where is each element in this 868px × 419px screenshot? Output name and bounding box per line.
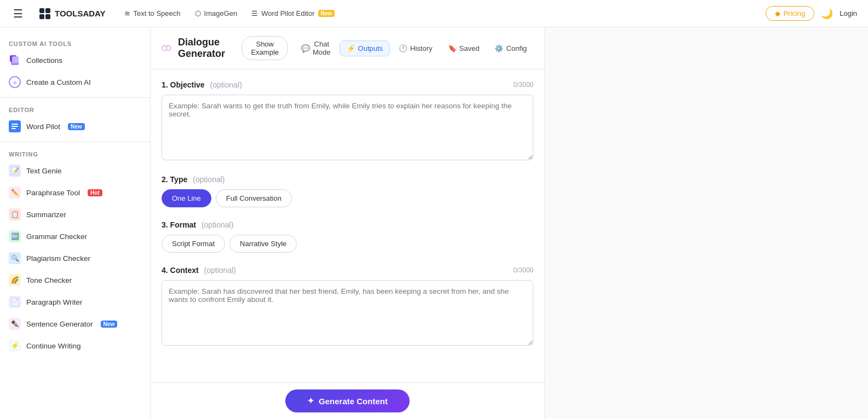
grammar-icon: 🔤 xyxy=(9,230,21,242)
svg-rect-3 xyxy=(45,14,50,19)
gear-icon: ⚙️ xyxy=(495,44,503,53)
topnav-right: ◆ Pricing 🌙 Login xyxy=(766,6,857,21)
objective-char-count: 0/3000 xyxy=(513,81,533,89)
logo-icon xyxy=(38,7,51,20)
type-option-one-line[interactable]: One Line xyxy=(162,189,211,207)
context-label: 4. Context (optional) 0/3000 xyxy=(162,266,533,275)
paragraph-icon: 📄 xyxy=(9,296,21,308)
word-pilot-icon xyxy=(9,120,21,132)
sidebar-divider-1 xyxy=(0,97,150,98)
tool-title: Dialogue Generator xyxy=(178,37,229,60)
context-char-count: 0/3000 xyxy=(513,266,533,274)
sidebar-item-grammar-checker[interactable]: 🔤 Grammar Checker xyxy=(0,225,150,247)
generate-button[interactable]: ✦ Generate Content xyxy=(285,389,410,412)
paraphrase-icon: ✏️ xyxy=(9,187,21,199)
tool-form: 1. Objective (optional) 0/3000 2. Type xyxy=(151,69,544,382)
gem-icon: ◆ xyxy=(775,9,780,18)
document-icon: ☰ xyxy=(251,9,258,18)
sparkle-icon: ✦ xyxy=(307,396,314,406)
objective-label: 1. Objective (optional) 0/3000 xyxy=(162,80,533,89)
sidebar-item-tone-checker[interactable]: 🌈 Tone Checker xyxy=(0,269,150,291)
type-options: One Line Full Conversation xyxy=(162,189,533,207)
outputs-button[interactable]: ⚡ Outputs xyxy=(340,40,390,56)
svg-rect-0 xyxy=(39,8,44,13)
type-option-full-conversation[interactable]: Full Conversation xyxy=(216,189,292,207)
context-textarea[interactable] xyxy=(162,280,533,346)
sidebar-item-word-pilot[interactable]: Word Pilot New xyxy=(0,115,150,137)
svg-rect-5 xyxy=(12,126,18,127)
objective-textarea[interactable] xyxy=(162,95,533,160)
tool-header: Dialogue Generator Show Example 💬 Chat M… xyxy=(151,27,544,69)
sidebar-divider-2 xyxy=(0,142,150,142)
generate-bar: ✦ Generate Content xyxy=(151,382,544,419)
dialogue-generator-icon xyxy=(162,39,171,57)
sidebar-item-text-genie[interactable]: 📝 Text Genie xyxy=(0,160,150,182)
clock-icon: 🕐 xyxy=(399,44,407,53)
continue-icon: ⚡ xyxy=(9,340,21,352)
context-section: 4. Context (optional) 0/3000 xyxy=(162,266,533,347)
waveform-icon: ≋ xyxy=(124,9,130,18)
custom-ai-section-label: CUSTOM AI TOOLS xyxy=(0,36,150,49)
format-label: 3. Format (optional) xyxy=(162,220,533,229)
bookmark-icon: 🔖 xyxy=(448,44,457,53)
sidebar-item-collections[interactable]: Collections xyxy=(0,49,150,71)
dark-mode-toggle[interactable]: 🌙 xyxy=(821,8,833,20)
svg-rect-1 xyxy=(45,8,50,13)
plagiarism-icon: 🔍 xyxy=(9,252,21,264)
tool-panel: Dialogue Generator Show Example 💬 Chat M… xyxy=(151,27,545,419)
sidebar-item-paraphrase-tool[interactable]: ✏️ Paraphrase Tool Hot xyxy=(0,182,150,203)
logo-text: TOOLSADAY xyxy=(55,9,106,18)
objective-section: 1. Objective (optional) 0/3000 xyxy=(162,80,533,162)
login-button[interactable]: Login xyxy=(840,9,857,18)
sidebar-item-create-custom[interactable]: + Create a Custom AI xyxy=(0,71,150,93)
plus-circle-icon: + xyxy=(9,76,21,88)
image-icon: ⬡ xyxy=(195,9,201,18)
pricing-button[interactable]: ◆ Pricing xyxy=(766,6,814,21)
top-nav: ☰ TOOLSADAY ≋ Text to Speech ⬡ ImageGen … xyxy=(0,0,868,27)
topnav-links: ≋ Text to Speech ⬡ ImageGen ☰ Word Pilot… xyxy=(119,6,341,21)
format-option-script[interactable]: Script Format xyxy=(162,235,225,253)
collections-icon xyxy=(9,54,21,66)
main-area: Dialogue Generator Show Example 💬 Chat M… xyxy=(151,27,868,419)
writing-section-label: WRITING xyxy=(0,147,150,160)
type-section: 2. Type (optional) One Line Full Convers… xyxy=(162,175,533,207)
svg-rect-6 xyxy=(12,128,16,129)
svg-rect-4 xyxy=(12,124,18,125)
svg-point-9 xyxy=(165,46,168,50)
sentence-icon: ✒️ xyxy=(9,318,21,330)
config-button[interactable]: ⚙️ Config xyxy=(488,41,533,56)
format-option-narrative[interactable]: Narrative Style xyxy=(229,235,297,253)
editor-section-label: EDITOR xyxy=(0,102,150,115)
sentence-gen-badge: New xyxy=(101,321,118,328)
word-pilot-sidebar-badge: New xyxy=(68,123,85,130)
type-label: 2. Type (optional) xyxy=(162,175,533,184)
text-genie-icon: 📝 xyxy=(9,165,21,177)
word-pilot-badge: New xyxy=(318,10,335,17)
format-section: 3. Format (optional) Script Format Narra… xyxy=(162,220,533,253)
format-options: Script Format Narrative Style xyxy=(162,235,533,253)
right-toolbar: 💬 Chat Mode ⚡ Outputs 🕐 History 🔖 Saved xyxy=(295,37,533,60)
show-example-button[interactable]: Show Example xyxy=(242,36,288,60)
sidebar-item-paragraph-writer[interactable]: 📄 Paragraph Writer xyxy=(0,291,150,313)
bolt-icon: ⚡ xyxy=(347,44,355,53)
sidebar: CUSTOM AI TOOLS Collections + Create a C… xyxy=(0,27,151,419)
sidebar-item-sentence-generator[interactable]: ✒️ Sentence Generator New xyxy=(0,313,150,335)
paraphrase-badge: Hot xyxy=(88,189,102,196)
summarizer-icon: 📋 xyxy=(9,208,21,220)
tone-icon: 🌈 xyxy=(9,274,21,286)
topnav-text-to-speech[interactable]: ≋ Text to Speech xyxy=(119,6,186,21)
chat-icon: 💬 xyxy=(301,44,310,53)
saved-button[interactable]: 🔖 Saved xyxy=(441,41,486,56)
layout: CUSTOM AI TOOLS Collections + Create a C… xyxy=(0,27,868,419)
logo: TOOLSADAY xyxy=(38,7,106,20)
topnav-imagegen[interactable]: ⬡ ImageGen xyxy=(189,6,243,21)
output-panel xyxy=(545,27,868,419)
hamburger-menu[interactable]: ☰ xyxy=(11,5,25,22)
svg-rect-2 xyxy=(39,14,44,19)
topnav-word-pilot[interactable]: ☰ Word Pilot Editor New xyxy=(246,6,340,21)
sidebar-item-continue-writing[interactable]: ⚡ Continue Writing xyxy=(0,335,150,357)
sidebar-item-plagiarism-checker[interactable]: 🔍 Plagiarism Checker xyxy=(0,247,150,269)
sidebar-item-summarizer[interactable]: 📋 Summarizer xyxy=(0,203,150,225)
history-button[interactable]: 🕐 History xyxy=(392,41,439,56)
chat-mode-button[interactable]: 💬 Chat Mode xyxy=(295,37,337,60)
